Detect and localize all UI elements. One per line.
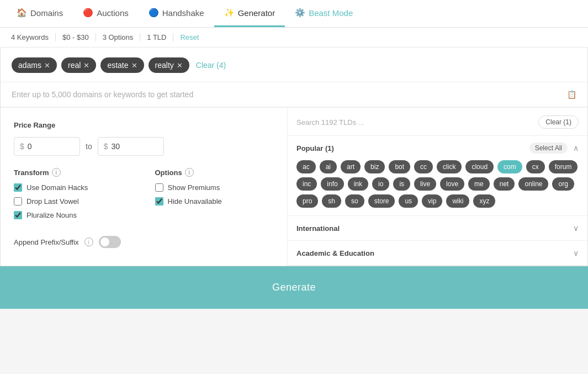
- keyword-tag-estate[interactable]: estate ✕: [100, 57, 144, 73]
- tld-tag-cloud[interactable]: cloud: [465, 160, 494, 173]
- drop-last-vowel-row[interactable]: Drop Last Vowel: [14, 197, 133, 206]
- tld-tag-is[interactable]: is: [393, 177, 410, 191]
- tab-generator-label: Generator: [238, 8, 276, 18]
- transform-info-icon[interactable]: i: [52, 168, 61, 177]
- show-premiums-row[interactable]: Show Premiums: [155, 183, 274, 192]
- tld-tag-io[interactable]: io: [372, 177, 389, 191]
- popular-category-actions: Select All ∧: [529, 143, 579, 154]
- tld-tag-net[interactable]: net: [494, 177, 515, 191]
- tld-search-input[interactable]: [296, 118, 538, 127]
- international-category-header[interactable]: International ∨: [288, 216, 587, 240]
- price-currency-min: $: [20, 142, 24, 151]
- tld-tag-click[interactable]: click: [437, 160, 462, 173]
- tld-tag-inc[interactable]: inc: [296, 177, 317, 191]
- clear-keywords-link[interactable]: Clear (4): [196, 61, 226, 70]
- tld-tag-biz[interactable]: biz: [364, 160, 385, 173]
- price-min-field[interactable]: [28, 142, 66, 151]
- toggle-slider: [99, 236, 121, 248]
- tld-tag-cc[interactable]: cc: [414, 160, 433, 173]
- tab-domains[interactable]: 🏠 Domains: [7, 0, 73, 27]
- tld-tag-ink[interactable]: ink: [348, 177, 368, 191]
- append-prefix-info-icon[interactable]: i: [84, 238, 93, 246]
- use-domain-hacks-row[interactable]: Use Domain Hacks: [14, 183, 133, 192]
- stats-reset[interactable]: Reset: [173, 33, 205, 41]
- academic-chevron-icon[interactable]: ∨: [573, 249, 579, 257]
- append-prefix-toggle[interactable]: [99, 236, 121, 248]
- tld-tag-sh[interactable]: sh: [322, 194, 341, 208]
- stats-options: 3 Options: [96, 33, 141, 41]
- tld-tag-pro[interactable]: pro: [296, 194, 318, 208]
- tld-search-row: Clear (1): [288, 108, 587, 136]
- tld-category-international: International ∨: [288, 216, 587, 241]
- keyword-label-realty: realty: [155, 61, 174, 70]
- keyword-remove-adams[interactable]: ✕: [44, 61, 50, 70]
- transform-label: Transform: [14, 168, 49, 177]
- tld-tag-xyz[interactable]: xyz: [473, 194, 495, 208]
- tld-tag-ac[interactable]: ac: [296, 160, 316, 173]
- tab-handshake[interactable]: 🔵 Handshake: [139, 0, 214, 27]
- tld-tag-so[interactable]: so: [345, 194, 364, 208]
- domains-icon: 🏠: [17, 8, 27, 18]
- generate-button[interactable]: Generate: [11, 274, 577, 301]
- tab-domains-label: Domains: [30, 8, 63, 18]
- price-to-label: to: [86, 142, 92, 151]
- tld-tag-love[interactable]: love: [440, 177, 464, 191]
- pluralize-nouns-checkbox[interactable]: [14, 211, 22, 219]
- popular-chevron-icon[interactable]: ∧: [573, 144, 579, 152]
- main-container: adams ✕ real ✕ estate ✕ realty ✕ Clear (…: [0, 48, 588, 266]
- tld-tag-cx[interactable]: cx: [526, 160, 545, 173]
- tld-tag-online[interactable]: online: [518, 177, 548, 191]
- tld-tag-com[interactable]: com: [497, 160, 522, 173]
- keyword-remove-realty[interactable]: ✕: [177, 61, 183, 70]
- left-column: Price Range $ to $ Transform i: [1, 108, 288, 266]
- price-max-input[interactable]: $: [98, 137, 164, 156]
- keyword-tag-adams[interactable]: adams ✕: [12, 57, 57, 73]
- hide-unavailable-row[interactable]: Hide Unavailable: [155, 197, 274, 206]
- keyword-tag-realty[interactable]: realty ✕: [149, 57, 189, 73]
- tld-tag-vip[interactable]: vip: [422, 194, 442, 208]
- tab-handshake-label: Handshake: [162, 8, 204, 18]
- stats-keywords: 4 Keywords: [11, 33, 56, 41]
- upload-icon[interactable]: 📋: [567, 90, 576, 99]
- tab-beast-mode[interactable]: ⚙️ Beast Mode: [285, 0, 363, 27]
- tld-tag-org[interactable]: org: [552, 177, 574, 191]
- keyword-tag-real[interactable]: real ✕: [61, 57, 96, 73]
- hide-unavailable-label: Hide Unavailable: [168, 197, 222, 206]
- price-max-field[interactable]: [111, 142, 150, 151]
- options-info-icon[interactable]: i: [185, 168, 194, 177]
- academic-category-header[interactable]: Academic & Education ∨: [288, 241, 587, 265]
- international-chevron-icon[interactable]: ∨: [573, 224, 579, 233]
- drop-last-vowel-checkbox[interactable]: [14, 197, 22, 206]
- tld-clear-button[interactable]: Clear (1): [538, 115, 579, 129]
- price-currency-max: $: [104, 142, 108, 151]
- generator-icon: ✨: [224, 8, 235, 18]
- keyword-remove-real[interactable]: ✕: [83, 61, 89, 70]
- tld-tag-ai[interactable]: ai: [320, 160, 337, 173]
- tld-tag-forum[interactable]: forum: [549, 160, 578, 173]
- tld-tag-art[interactable]: art: [341, 160, 361, 173]
- tld-tag-live[interactable]: live: [414, 177, 436, 191]
- tld-tag-store[interactable]: store: [368, 194, 395, 208]
- tld-scroll-area: Popular (1) Select All ∧ acaiartbizbotcc…: [288, 136, 587, 266]
- hide-unavailable-checkbox[interactable]: [155, 197, 163, 206]
- use-domain-hacks-checkbox[interactable]: [14, 183, 22, 192]
- tld-tag-me[interactable]: me: [468, 177, 490, 191]
- popular-category-header: Popular (1) Select All ∧: [288, 136, 587, 158]
- show-premiums-checkbox[interactable]: [155, 183, 163, 192]
- academic-category-title: Academic & Education: [296, 249, 374, 257]
- tld-tag-info[interactable]: info: [321, 177, 343, 191]
- tab-generator[interactable]: ✨ Generator: [214, 0, 285, 27]
- transform-section: Transform i Use Domain Hacks Drop Last V…: [14, 168, 133, 225]
- price-range-label: Price Range: [14, 121, 274, 129]
- international-category-title: International: [296, 224, 340, 233]
- tab-auctions[interactable]: 🔴 Auctions: [73, 0, 139, 27]
- tab-auctions-label: Auctions: [97, 8, 129, 18]
- append-prefix-row: Append Prefix/Suffix i: [14, 236, 274, 248]
- popular-select-all-button[interactable]: Select All: [529, 143, 568, 154]
- pluralize-nouns-row[interactable]: Pluralize Nouns: [14, 211, 133, 219]
- tld-tag-us[interactable]: us: [399, 194, 418, 208]
- keyword-remove-estate[interactable]: ✕: [131, 61, 137, 70]
- tld-tag-wiki[interactable]: wiki: [446, 194, 469, 208]
- price-min-input[interactable]: $: [14, 137, 80, 156]
- tld-tag-bot[interactable]: bot: [389, 160, 410, 173]
